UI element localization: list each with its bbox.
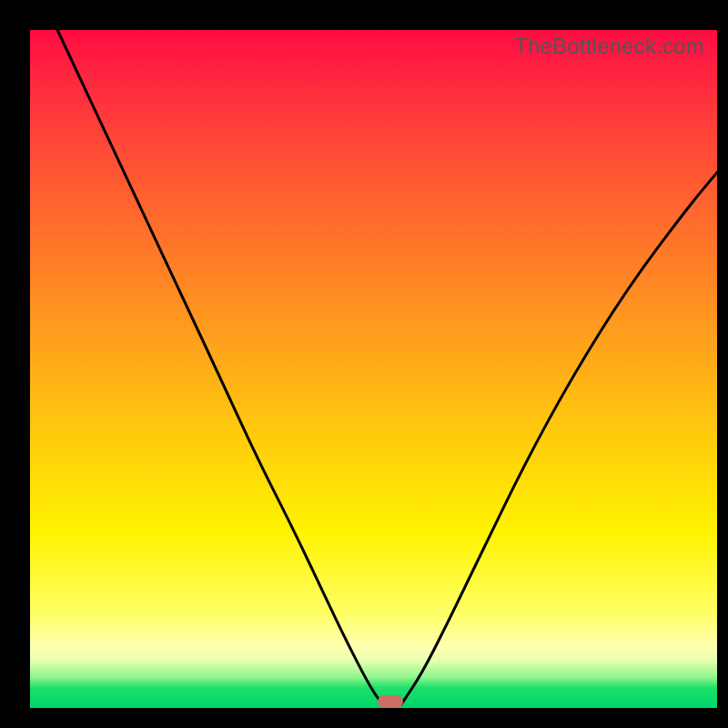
optimal-marker	[378, 695, 403, 708]
curve-path	[57, 30, 717, 704]
chart-frame: TheBottleneck.com	[0, 0, 728, 728]
bottleneck-curve	[30, 30, 717, 708]
plot-area: TheBottleneck.com	[30, 30, 717, 708]
